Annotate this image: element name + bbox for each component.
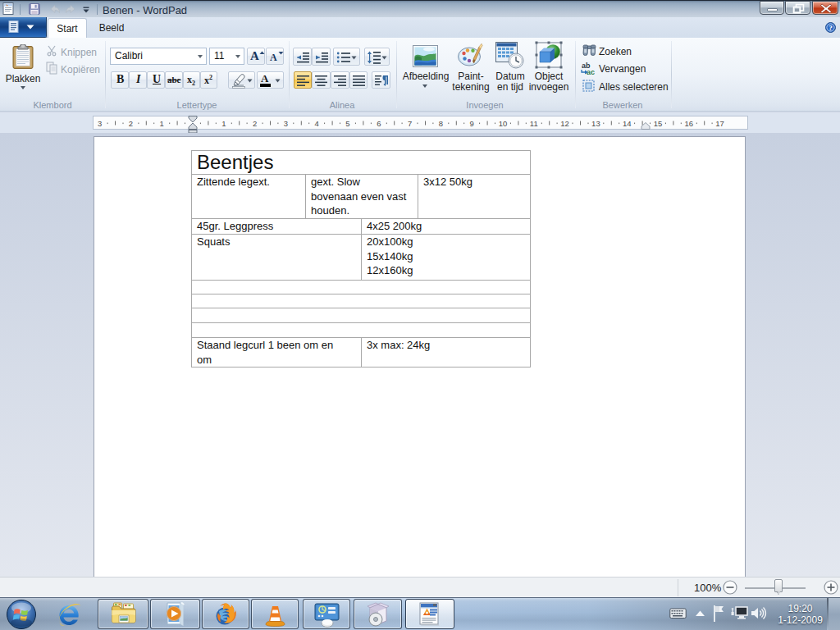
svg-text:3: 3	[284, 119, 288, 128]
svg-text:2: 2	[253, 119, 257, 128]
svg-text:?: ?	[829, 24, 833, 32]
svg-text:9: 9	[470, 119, 474, 128]
svg-text:2: 2	[129, 119, 133, 128]
svg-text:6: 6	[377, 119, 381, 128]
svg-text:10: 10	[499, 119, 508, 128]
svg-text:4: 4	[315, 119, 319, 128]
svg-text:ac: ac	[587, 68, 595, 75]
svg-text:16: 16	[685, 119, 694, 128]
svg-text:13: 13	[591, 119, 600, 128]
svg-text:1: 1	[160, 119, 164, 128]
svg-text:5: 5	[345, 119, 349, 128]
svg-text:7: 7	[408, 119, 412, 128]
svg-text:12: 12	[560, 119, 569, 128]
svg-text:15: 15	[654, 119, 663, 128]
svg-text:11: 11	[530, 119, 538, 128]
svg-text:1: 1	[221, 119, 226, 128]
svg-text:3: 3	[98, 119, 102, 128]
svg-text:17: 17	[715, 119, 724, 128]
svg-text:8: 8	[439, 119, 443, 128]
svg-text:14: 14	[623, 119, 632, 128]
